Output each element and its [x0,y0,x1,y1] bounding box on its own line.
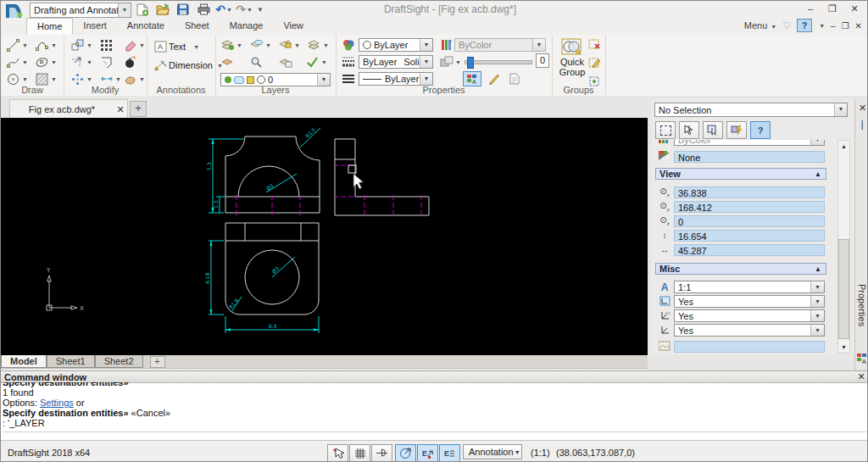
circle-tool-button[interactable]: ▼ [6,72,28,86]
hatch-flyout-arrow-icon[interactable]: ▼ [51,76,57,82]
ungroup-icon[interactable] [587,37,602,51]
layer-lock-button[interactable]: ▼ [278,38,300,52]
transparency-flyout-arrow-icon[interactable]: ▼ [455,59,461,65]
select-matching-button[interactable] [703,121,723,139]
tab-model[interactable]: Model [1,355,47,368]
copy-flyout-arrow-icon[interactable]: ▼ [86,42,92,48]
line-style-combo-arrow-icon[interactable]: ▼ [420,73,432,85]
add-sheet-button[interactable]: + [150,356,165,368]
scroll-down-icon[interactable]: ▼ [838,342,849,353]
tab-annotate[interactable]: Annotate [117,18,175,35]
weld-tool-button[interactable]: ▼ [123,72,145,86]
ucs-on-combo[interactable]: Yes▼ [674,295,825,308]
property-painter-icon[interactable] [487,72,501,86]
weld-flyout-arrow-icon[interactable]: ▼ [139,76,145,82]
layer-preview-button[interactable] [249,55,264,69]
command-window[interactable]: Command window ✕ Specify destination ent… [1,370,868,441]
etrack-toggle-button[interactable]: E [417,444,438,462]
trim-tool-button[interactable] [99,55,114,69]
grid-toggle-button[interactable] [349,444,370,462]
tab-sheet1[interactable]: Sheet1 [47,355,95,368]
undo-button[interactable]: ↶▼ [216,3,231,16]
palette-help-button[interactable]: ? [750,121,771,139]
annotation-scale-dropdown-arrow-icon[interactable]: ▼ [514,449,521,455]
menu-button[interactable]: Menu ▼ [744,20,777,31]
palette-scrollbar[interactable]: ▲ ▼ [837,140,850,353]
minimize-button[interactable]: – [799,2,821,15]
layer-lock-flyout-arrow-icon[interactable]: ▼ [294,42,300,48]
line-color-combo[interactable]: ByLayer ▼ [359,38,433,52]
circular-pattern-tool-button[interactable]: ▼ [70,72,92,86]
layer-freeze-button[interactable]: ▼ [249,38,271,52]
circular-pattern-flyout-arrow-icon[interactable]: ▼ [86,76,92,82]
line-weight-combo[interactable]: ByLayerSolid line ▼ [359,55,433,69]
save-button[interactable] [175,3,191,16]
transparency-value-box[interactable]: 0 [536,53,549,68]
redo-button[interactable]: ↷▼ [236,3,252,16]
qat-customize-button[interactable]: ▼ [257,6,264,14]
chevron-down-icon[interactable]: ▼ [118,3,131,17]
check-flyout-arrow-icon[interactable]: ▼ [321,59,327,65]
layer-freeze-flyout-arrow-icon[interactable]: ▼ [265,42,271,48]
drawing-canvas[interactable]: 5.3 1.3 R1.5 Ø3 4.18 R1.9 Ø3 6.5 Y X [1,118,648,355]
help-button[interactable]: ? [797,19,812,32]
stretch-flyout-arrow-icon[interactable]: ▼ [86,59,92,65]
command-history[interactable]: Specify destination entities» 1 found Op… [3,382,865,431]
palette-side-tab[interactable]: Properties [857,284,867,326]
layer-settings-ok-button[interactable]: ▼ [305,55,327,69]
annotation-scale-arrow-icon[interactable]: ▼ [810,281,824,292]
transparency-slider[interactable] [465,60,532,64]
ortho-toggle-button[interactable] [371,444,392,462]
text-flyout-arrow-icon[interactable]: ▼ [193,44,199,50]
stretch-tool-button[interactable]: ▼ [70,55,92,69]
spline-tool-button[interactable]: ▼ [6,55,28,69]
copy-tool-button[interactable]: ▼ [70,38,92,52]
scroll-up-icon[interactable]: ▲ [838,141,849,152]
annotation-scale-combo[interactable]: 1:1▼ [674,281,825,293]
layer-isolate-button[interactable] [220,55,235,69]
tab-insert[interactable]: Insert [73,18,117,35]
layer-states-flyout-arrow-icon[interactable]: ▼ [323,42,329,48]
hatch-tool-button[interactable]: ▼ [35,72,57,86]
undo-flyout-arrow-icon[interactable]: ▼ [226,7,232,13]
layer-states-button[interactable]: ▼ [307,38,329,52]
workspace-selector[interactable]: Drafting and Annotation ▼ [30,3,131,18]
redo-flyout-arrow-icon[interactable]: ▼ [247,7,253,13]
pattern-tool-button[interactable] [99,38,114,52]
ucs-viewport-arrow-icon[interactable]: ▼ [810,325,824,336]
new-file-button[interactable] [135,3,150,16]
flash-select-button[interactable] [726,121,747,139]
center-z-value[interactable]: 0 [674,215,825,227]
explode-tool-button[interactable] [123,55,137,69]
help-flyout-arrow-icon[interactable]: ▼ [819,23,825,29]
line-weight-combo-arrow-icon[interactable]: ▼ [420,56,432,68]
flip-tool-button[interactable]: ▼ [99,72,121,86]
layers-manager-button[interactable]: ▼ [220,38,242,52]
spline-flyout-arrow-icon[interactable]: ▼ [22,59,28,65]
restore-button[interactable]: ❐ [821,2,843,15]
annotation-scale-dropdown[interactable]: Annotation ▼ [463,444,522,459]
property-page-icon[interactable] [507,72,521,86]
center-x-value[interactable]: 36.838 [674,186,825,198]
layers-manager-flyout-arrow-icon[interactable]: ▼ [236,42,242,48]
height-value[interactable]: 16.654 [674,230,825,242]
line-tool-button[interactable]: ▼ [6,38,28,52]
polar-toggle-button[interactable] [395,444,416,462]
ucs-on-arrow-icon[interactable]: ▼ [810,296,824,307]
print-button[interactable] [196,3,211,16]
center-y-value[interactable]: 168.412 [674,201,825,213]
document-tab[interactable]: Fig ex acb.dwg* ✕ [9,99,128,119]
layer-combo-arrow-icon[interactable]: ▼ [317,74,330,86]
section-header-view[interactable]: View ▲ [655,168,826,180]
circle-flyout-arrow-icon[interactable]: ▼ [22,76,28,82]
command-input[interactable] [3,431,866,440]
edit-group-icon[interactable] [587,56,602,70]
close-button[interactable]: ✕ [843,2,865,15]
selection-combo-arrow-icon[interactable]: ▼ [834,103,847,116]
line-color-combo-arrow-icon[interactable]: ▼ [420,39,432,51]
gradient-row-value[interactable]: None [674,151,825,163]
settings-link[interactable]: Settings [40,398,74,408]
palette-pin-icon[interactable]: 〡 [855,119,868,133]
tab-home[interactable]: Home [26,18,73,35]
dimension-tool-button[interactable]: Dimension ▼ [153,58,223,72]
